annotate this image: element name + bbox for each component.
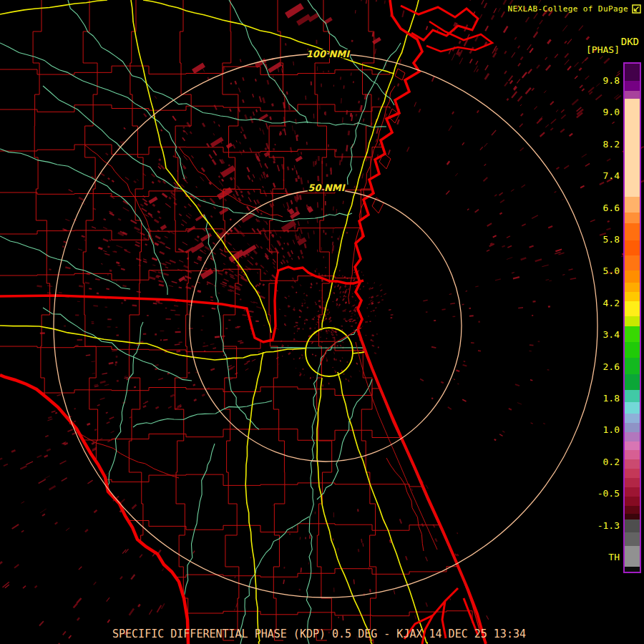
colorbar-cell: [625, 546, 640, 567]
coastline-layer: [0, 0, 492, 644]
colorbar: [623, 62, 641, 573]
river-layer: [0, 0, 401, 644]
colorbar-cell: [625, 64, 640, 81]
colorbar-cell: [625, 91, 640, 99]
colorbar-cell: [625, 326, 640, 342]
colorbar-cell: [625, 292, 640, 301]
range-ring-100nmi-label: 100 NMI: [306, 49, 351, 59]
brand-text: NEXLAB-College of DuPage: [507, 4, 628, 14]
colorbar-cell: [625, 506, 640, 514]
colorbar-cell: [625, 514, 640, 519]
colorbar-cell: [625, 414, 640, 423]
colorbar-cell: [625, 270, 640, 283]
colorbar-cell: [625, 81, 640, 91]
colorbar-cell: [625, 459, 640, 469]
colorbar-cell: [625, 316, 640, 326]
colorbar-cell: [625, 450, 640, 459]
colorbar-cell: [625, 497, 640, 506]
radar-screen: 100 NMI 50 NMI NEXLAB-College of DuPage …: [0, 0, 644, 644]
colorbar-cell: [625, 390, 640, 402]
colorbar-cell: [625, 423, 640, 432]
cod-logo-icon: [632, 4, 641, 14]
colorbar-cell: [625, 567, 640, 572]
colorbar-cell: [625, 197, 640, 213]
colorbar-cell: [625, 519, 640, 532]
colorbar-cell: [625, 301, 640, 316]
colorbar-cell: [625, 342, 640, 358]
colorbar-cell: [625, 255, 640, 270]
highway-layer: [0, 0, 427, 644]
colorbar-cell: [625, 374, 640, 390]
colorbar-cell: [625, 478, 640, 487]
colorbar-cell: [625, 213, 640, 223]
colorbar-cell: [625, 223, 640, 240]
colorbar-cell: [625, 358, 640, 374]
radar-map-canvas: 100 NMI 50 NMI: [0, 0, 644, 644]
colorbar-cell: [625, 432, 640, 441]
colorbar-cell: [625, 441, 640, 451]
colorbar-cell: [625, 402, 640, 414]
product-code-label: DKD: [621, 36, 639, 47]
range-ring-50nmi-label: 50 NMI: [308, 182, 346, 193]
beltway-loop: [306, 328, 353, 376]
header-brand: NEXLAB-College of DuPage: [507, 4, 641, 14]
phase-units-label: [PHAS]: [586, 44, 620, 55]
colorbar-cell: [625, 283, 640, 292]
colorbar-cell: [625, 240, 640, 255]
colorbar-cell: [625, 532, 640, 546]
range-rings: [54, 54, 597, 597]
footer-product-title: SPECIFIC DIFFERENTIAL PHASE (KDP) 0.5 DE…: [112, 628, 526, 640]
colorbar-cell: [625, 487, 640, 497]
range-ring-100nmi: [54, 54, 597, 597]
colorbar-cell: [625, 469, 640, 478]
colorbar-cell: [625, 99, 640, 197]
